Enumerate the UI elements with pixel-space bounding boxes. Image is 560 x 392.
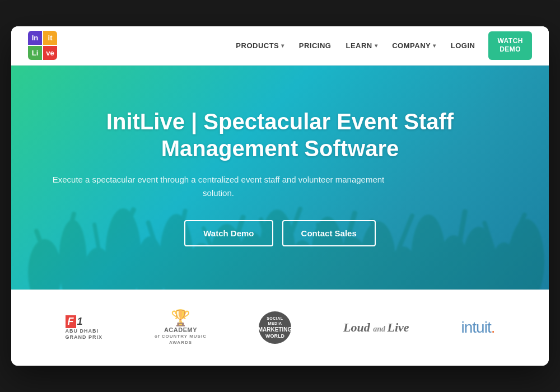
nav-item-products[interactable]: PRODUCTS ▾ (230, 37, 290, 54)
hero-section: InitLive | Spectacular Event Staff Manag… (11, 66, 549, 290)
intuit-dot: . (491, 319, 495, 336)
nav-label-learn: LEARN (346, 41, 372, 50)
svg-point-0 (28, 239, 62, 290)
nav-link-learn[interactable]: LEARN ▾ (340, 37, 383, 54)
learn-chevron-icon: ▾ (375, 43, 378, 49)
f1-f-letter: F (66, 315, 76, 328)
f1-number: 1 (77, 316, 83, 328)
nav-item-login[interactable]: LOGIN (445, 37, 481, 54)
nav-link-products[interactable]: PRODUCTS ▾ (230, 37, 290, 54)
f1-subtitle: ABU DHABI GRAND PRIX (66, 328, 103, 340)
watch-demo-button[interactable]: Watch Demo (184, 220, 273, 246)
navbar: In it Li ve PRODUCTS ▾ PRICING LEARN (11, 26, 549, 66)
acm-logo: 🏆 ACADEMY of COUNTRY MUSIC AWARDS (155, 310, 207, 346)
loud-and-live-logo: Loud and Live (343, 320, 409, 335)
hero-title: InitLive | Spectacular Event Staff Manag… (45, 108, 515, 162)
nav-item-learn[interactable]: LEARN ▾ (340, 37, 383, 54)
watch-demo-line2: DEMO (500, 45, 521, 53)
acm-text: ACADEMY of COUNTRY MUSIC AWARDS (155, 326, 207, 346)
nav-link-pricing[interactable]: PRICING (293, 37, 337, 54)
acm-icon: 🏆 (155, 310, 207, 326)
logo-cell-li: Li (28, 46, 42, 60)
hero-buttons: Watch Demo Contact Sales (45, 220, 515, 246)
hero-subtitle: Execute a spectacular event through a ce… (45, 173, 392, 200)
nav-label-company: COMPANY (392, 41, 431, 50)
company-chevron-icon: ▾ (433, 43, 436, 49)
logo-cell-ve: ve (43, 46, 57, 60)
f1-logo: F 1 ABU DHABI GRAND PRIX (66, 315, 103, 340)
nav-item-pricing[interactable]: PRICING (293, 37, 337, 54)
smmw-circle: SOCIAL MEDIA MARKETING WORLD (259, 311, 291, 344)
nav-link-login[interactable]: LOGIN (445, 37, 481, 54)
intuit-text: intuit. (461, 319, 495, 337)
logo-box: In it Li ve (28, 31, 57, 60)
logo-cell-it: it (43, 31, 57, 45)
nav-label-pricing: PRICING (299, 41, 332, 50)
watch-demo-nav-button[interactable]: WATCH DEMO (488, 31, 532, 60)
nav-link-company[interactable]: COMPANY ▾ (386, 37, 441, 54)
lal-text: Loud and Live (343, 320, 409, 335)
intuit-logo: intuit. (461, 319, 495, 337)
f1-text: F 1 (66, 315, 103, 328)
smmw-logo: SOCIAL MEDIA MARKETING WORLD (259, 311, 291, 344)
nav-label-login: LOGIN (451, 41, 475, 50)
nav-links: PRODUCTS ▾ PRICING LEARN ▾ COMPANY ▾ (230, 37, 480, 54)
nav-label-products: PRODUCTS (236, 41, 279, 50)
logo-cell-in: In (28, 31, 42, 45)
hero-content: InitLive | Spectacular Event Staff Manag… (45, 108, 515, 246)
browser-window: In it Li ve PRODUCTS ▾ PRICING LEARN (11, 26, 549, 366)
contact-sales-button[interactable]: Contact Sales (282, 220, 376, 246)
watch-demo-line1: WATCH (497, 37, 523, 45)
logos-section: F 1 ABU DHABI GRAND PRIX 🏆 ACADEMY of CO… (11, 290, 549, 366)
products-chevron-icon: ▾ (281, 43, 284, 49)
logo[interactable]: In it Li ve (28, 31, 57, 60)
nav-item-company[interactable]: COMPANY ▾ (386, 37, 441, 54)
